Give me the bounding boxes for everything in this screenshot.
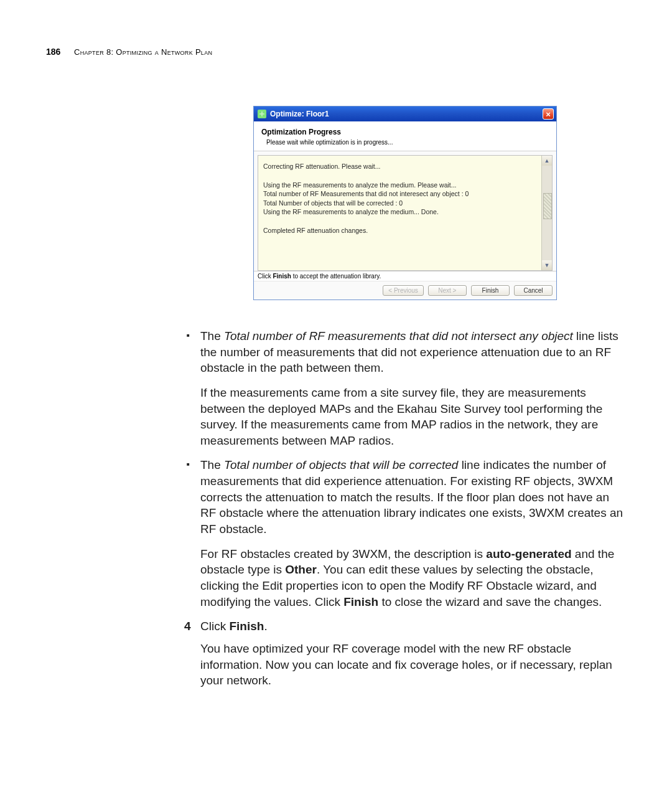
page-number: 186	[46, 47, 60, 57]
step-4: 4 Click Finish.	[184, 618, 626, 635]
finish-button[interactable]: Finish	[471, 285, 510, 296]
button-row: < Previous Next > Finish Cancel	[254, 281, 556, 300]
scroll-thumb[interactable]	[543, 193, 552, 219]
page-header: 186 Chapter 8: Optimizing a Network Plan	[46, 47, 626, 57]
log-line: Total Number of objects that will be cor…	[263, 199, 537, 207]
dialog-subheading: Please wait while optimization is in pro…	[266, 139, 549, 146]
next-button: Next >	[428, 285, 467, 296]
optimize-dialog: Optimize: Floor1 × Optimization Progress…	[253, 106, 557, 300]
chapter-label: Chapter 8: Optimizing a Network Plan	[74, 47, 212, 57]
bullet-item: The Total number of RF measurements that…	[184, 328, 626, 448]
scroll-up-icon[interactable]: ▲	[542, 156, 552, 166]
body-text: The Total number of RF measurements that…	[184, 328, 626, 689]
footer-note: Click Finish to accept the attenuation l…	[254, 271, 556, 281]
dialog-heading: Optimization Progress	[261, 128, 549, 136]
log-line: Using the RF measurements to analyze the…	[263, 181, 537, 189]
closing-paragraph: You have optimized your RF coverage mode…	[200, 641, 626, 689]
step-number: 4	[184, 618, 200, 635]
log-line: Total number of RF Measurements that did…	[263, 189, 537, 198]
titlebar[interactable]: Optimize: Floor1 ×	[254, 106, 556, 121]
log-line: Correcting RF attenuation. Please wait..…	[263, 162, 537, 171]
window-title: Optimize: Floor1	[270, 110, 543, 118]
log-line: Completed RF attenuation changes.	[263, 226, 537, 235]
log-line: Using the RF measurements to analyze the…	[263, 207, 537, 216]
close-icon[interactable]: ×	[543, 108, 554, 120]
scrollbar[interactable]: ▲ ▼	[541, 156, 552, 270]
bullet-item: The Total number of objects that will be…	[184, 457, 626, 610]
previous-button: < Previous	[383, 285, 424, 296]
app-icon	[258, 110, 266, 118]
cancel-button[interactable]: Cancel	[514, 285, 553, 296]
scroll-down-icon[interactable]: ▼	[542, 260, 552, 270]
log-area: Correcting RF attenuation. Please wait..…	[258, 155, 553, 271]
